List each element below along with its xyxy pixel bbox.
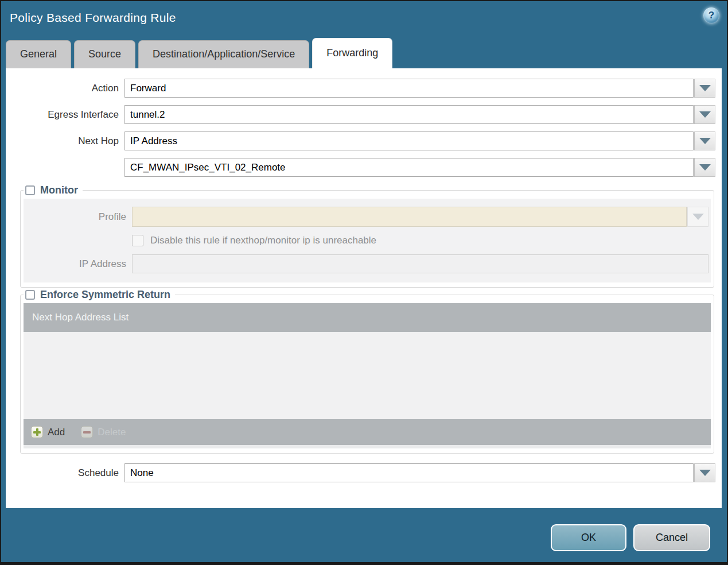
profile-dropdown-button — [687, 207, 708, 227]
add-button[interactable]: Add — [31, 426, 65, 438]
delete-button: Delete — [81, 426, 126, 438]
schedule-dropdown-button[interactable] — [694, 463, 715, 482]
disable-rule-row: Disable this rule if nexthop/monitor ip … — [132, 235, 708, 246]
next-hop-type-dropdown-button[interactable] — [694, 131, 715, 150]
tab-general[interactable]: General — [6, 40, 71, 68]
next-hop-address-list-body[interactable] — [24, 332, 711, 419]
ip-address-input — [132, 254, 708, 273]
schedule-row: Schedule None — [6, 463, 715, 482]
dialog-title: Policy Based Forwarding Rule — [10, 11, 176, 25]
tab-content-forwarding: Action Forward Egress Interface tunnel.2… — [6, 68, 722, 508]
next-hop-address-list-toolbar: Add Delete — [24, 419, 711, 445]
egress-interface-select[interactable]: tunnel.2 — [124, 105, 694, 124]
next-hop-address-select[interactable]: CF_MWAN_IPsec_VTI_02_Remote — [124, 158, 694, 177]
tab-destination-application-service[interactable]: Destination/Application/Service — [138, 40, 309, 68]
profile-select — [132, 207, 687, 227]
ip-address-label: IP Address — [24, 258, 132, 270]
action-select[interactable]: Forward — [124, 79, 694, 98]
help-glyph: ? — [708, 10, 714, 21]
monitor-legend: Monitor — [24, 184, 83, 196]
enforce-symmetric-return-title: Enforce Symmetric Return — [40, 289, 170, 301]
egress-interface-label: Egress Interface — [6, 109, 124, 121]
tab-source[interactable]: Source — [74, 40, 135, 68]
enforce-symmetric-return-legend: Enforce Symmetric Return — [24, 289, 175, 301]
add-button-label: Add — [48, 427, 65, 438]
monitor-profile-row: Profile — [24, 207, 708, 227]
monitor-section: Monitor Profile Disable this rule if nex… — [20, 184, 714, 288]
monitor-title: Monitor — [40, 184, 78, 196]
dialog-footer: OK Cancel — [1, 524, 710, 551]
enforce-symmetric-return-checkbox[interactable] — [25, 290, 35, 300]
chevron-down-icon — [699, 164, 711, 171]
egress-interface-row: Egress Interface tunnel.2 — [6, 105, 715, 124]
enforce-symmetric-return-section: Enforce Symmetric Return Next Hop Addres… — [20, 289, 714, 454]
monitor-checkbox[interactable] — [25, 185, 35, 195]
minus-icon — [81, 426, 93, 438]
delete-button-label: Delete — [98, 427, 126, 438]
chevron-down-icon — [699, 470, 711, 476]
action-dropdown-button[interactable] — [694, 79, 715, 98]
table-bottom-strip — [24, 445, 711, 448]
ok-button[interactable]: OK — [551, 524, 626, 551]
action-row: Action Forward — [6, 79, 715, 98]
schedule-label: Schedule — [6, 467, 124, 479]
chevron-down-icon — [699, 138, 711, 144]
policy-based-forwarding-dialog: Policy Based Forwarding Rule ? General S… — [0, 0, 728, 565]
next-hop-address-list-header: Next Hop Address List — [24, 303, 711, 332]
next-hop-address-row: CF_MWAN_IPsec_VTI_02_Remote — [6, 158, 715, 177]
chevron-down-icon — [699, 85, 711, 91]
next-hop-label: Next Hop — [6, 136, 124, 147]
action-label: Action — [6, 83, 124, 94]
dialog-titlebar: Policy Based Forwarding Rule ? — [1, 1, 727, 38]
next-hop-address-list-table: Next Hop Address List Add Delete — [24, 303, 711, 448]
disable-rule-checkbox — [132, 235, 143, 246]
chevron-down-icon — [699, 111, 711, 118]
next-hop-type-select[interactable]: IP Address — [124, 131, 694, 150]
chevron-down-icon — [692, 214, 704, 220]
tab-forwarding[interactable]: Forwarding — [312, 38, 392, 68]
next-hop-address-dropdown-button[interactable] — [694, 158, 715, 177]
tab-bar: General Source Destination/Application/S… — [1, 38, 727, 68]
help-icon[interactable]: ? — [703, 7, 719, 24]
profile-label: Profile — [24, 211, 132, 223]
monitor-ip-row: IP Address — [24, 254, 708, 273]
cancel-button[interactable]: Cancel — [633, 524, 710, 551]
schedule-select[interactable]: None — [124, 463, 694, 482]
disable-rule-label: Disable this rule if nexthop/monitor ip … — [150, 235, 376, 246]
next-hop-row: Next Hop IP Address — [6, 131, 715, 150]
plus-icon — [31, 426, 43, 438]
egress-interface-dropdown-button[interactable] — [694, 105, 715, 124]
monitor-panel: Profile Disable this rule if nexthop/mon… — [24, 199, 711, 282]
